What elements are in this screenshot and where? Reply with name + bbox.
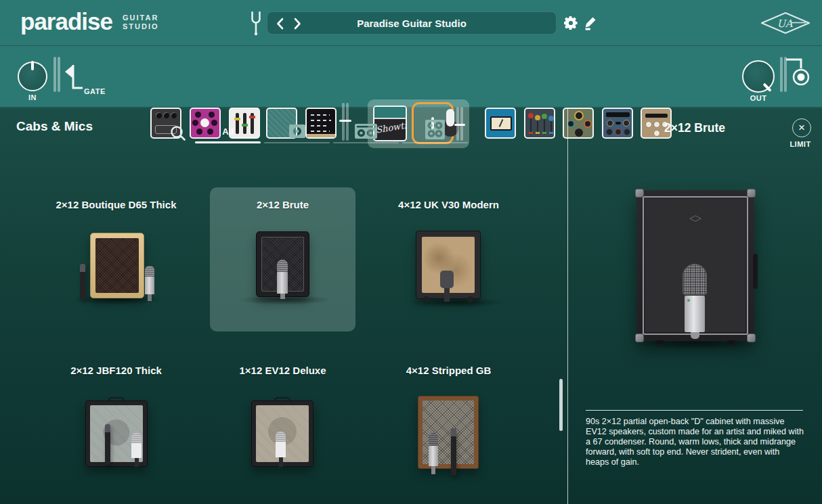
search-icon[interactable] <box>169 124 187 145</box>
output-label: OUT <box>742 94 775 102</box>
cab-item-label: 2×12 JBF120 Thick <box>43 365 189 376</box>
plugin-window: paradise GUITAR STUDIO Paradise Guitar S… <box>0 0 822 504</box>
cab-item-uk-v30[interactable]: 4×12 UK V30 Modern <box>376 187 521 331</box>
tab-1x12-cabs[interactable] <box>264 119 330 143</box>
cab-item-jbf120[interactable]: 2×12 JBF120 Thick <box>43 353 189 497</box>
condenser-mic <box>277 260 288 299</box>
detail-condenser-mic <box>683 264 707 339</box>
fader-cap <box>542 132 546 134</box>
condenser-mic <box>276 432 286 467</box>
cab-foot <box>727 340 735 344</box>
fader-cap <box>536 132 540 134</box>
mic-head <box>440 271 454 288</box>
knob-yellow <box>535 115 540 120</box>
cab-item-brute[interactable]: 2×12 Brute <box>210 187 355 331</box>
rack-display <box>645 114 668 118</box>
mic-badge <box>687 299 690 302</box>
ua-brand-logo: UA <box>761 12 810 37</box>
mic-head <box>131 433 142 443</box>
edit-preset-icon[interactable] <box>584 16 597 33</box>
cab-handle <box>274 397 291 403</box>
cab-item-boutique-d65[interactable]: 2×12 Boutique D65 Thick <box>43 187 189 331</box>
side-handle <box>753 254 758 289</box>
cab-4x12-icon <box>425 120 445 142</box>
cab-foot <box>655 340 664 344</box>
fader-cap <box>549 132 553 134</box>
svg-text:UA: UA <box>777 18 793 30</box>
mic-stem <box>279 457 283 467</box>
browser-scrollbar[interactable] <box>559 379 563 431</box>
input-knob[interactable] <box>18 62 47 91</box>
cab-badge <box>689 215 701 222</box>
cab-item-label: 2×12 Boutique D65 Thick <box>43 199 189 210</box>
knob-green <box>542 114 547 119</box>
mic-body <box>685 296 705 332</box>
cab-handle <box>108 397 125 403</box>
tab-underline <box>333 142 399 143</box>
corner-protector <box>635 189 644 198</box>
pedal-knob <box>163 112 169 118</box>
cab-grille <box>95 238 139 293</box>
pedal-knob <box>171 112 177 118</box>
preset-bar: Paradise Guitar Studio <box>267 12 557 35</box>
cab-1x12-icon <box>289 124 305 141</box>
knob-pointer <box>763 83 772 91</box>
corner-protector <box>635 334 644 342</box>
condenser-mic <box>145 266 154 301</box>
cab-item-label: 4×12 Stripped GB <box>376 365 521 376</box>
pencil-mic <box>80 264 85 300</box>
tab-all[interactable]: All <box>195 119 261 143</box>
tuner-icon[interactable] <box>250 12 262 39</box>
tab-2x12-cabs[interactable] <box>333 119 399 143</box>
pedal-knob <box>156 112 162 118</box>
tab-underline <box>402 142 468 143</box>
mic-head <box>277 260 288 272</box>
mic-head <box>429 433 438 446</box>
caster <box>423 296 429 302</box>
condenser-mic <box>429 433 438 474</box>
mic-body <box>276 442 286 457</box>
gate-module-icon[interactable] <box>64 60 85 96</box>
condenser-mic <box>131 433 142 467</box>
cab-item-label: 4×12 UK V30 Modern <box>376 199 521 210</box>
mic-stem <box>444 288 450 302</box>
app-logo: paradise <box>20 9 112 35</box>
input-meter-left <box>53 57 56 92</box>
input-label: IN <box>18 93 47 101</box>
mic-head <box>145 266 154 277</box>
tab-underline <box>195 141 261 143</box>
mic-stem <box>148 294 152 301</box>
cab-item-ev12-deluxe[interactable]: 1×12 EV12 Deluxe <box>210 353 355 497</box>
pencil-mic <box>451 428 456 476</box>
mic-body <box>429 446 438 466</box>
amp-panel <box>374 107 406 119</box>
detail-title: 2×12 Brute <box>584 121 806 135</box>
corner-protector <box>747 334 756 342</box>
tab-4x12-cabs[interactable] <box>402 119 468 143</box>
gate-label: GATE <box>84 87 111 95</box>
mic-head <box>683 264 707 295</box>
description-divider <box>586 410 803 411</box>
knob-pointer <box>31 61 34 70</box>
settings-gear-icon[interactable] <box>564 16 579 33</box>
fader-cap <box>529 132 533 134</box>
cab-item-stripped-gb[interactable]: 4×12 Stripped GB <box>376 353 521 497</box>
pencil-mic <box>105 424 110 465</box>
knob-yellow-ring <box>574 111 584 120</box>
rack-slot-vu-meter[interactable] <box>485 108 516 139</box>
close-icon[interactable]: × <box>792 118 811 137</box>
limit-label: LIMIT <box>783 140 818 148</box>
output-knob[interactable] <box>742 60 775 93</box>
preset-name[interactable]: Paradise Guitar Studio <box>267 12 556 35</box>
mic-base <box>691 332 699 339</box>
panel-divider <box>567 108 568 504</box>
pedal-knob <box>195 112 201 118</box>
caster <box>467 296 473 302</box>
browser-title: Cabs & Mics <box>16 119 93 134</box>
cab-2x12-icon <box>355 124 377 141</box>
rack-slot-mixer[interactable] <box>524 108 555 139</box>
app-logo-subtitle: GUITAR STUDIO <box>123 14 159 31</box>
fader-cap-red <box>249 116 255 118</box>
dynamic-mic <box>440 271 454 302</box>
mic-head <box>276 432 286 442</box>
